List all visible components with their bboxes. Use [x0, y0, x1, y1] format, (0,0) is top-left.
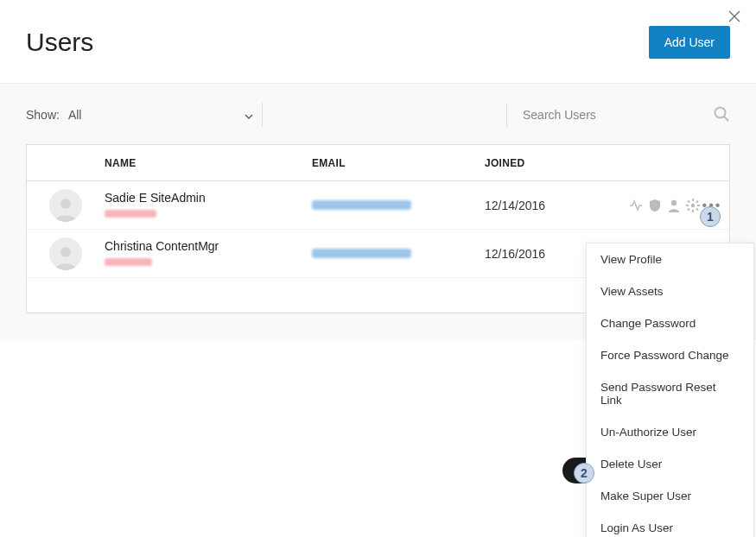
svg-rect-11 — [696, 207, 699, 211]
svg-rect-5 — [692, 210, 694, 212]
menu-item-unauthorize-user[interactable]: Un-Authorize User — [587, 416, 753, 448]
show-label: Show: — [26, 108, 60, 122]
col-email: EMAIL — [312, 157, 485, 169]
shield-icon[interactable] — [648, 199, 662, 212]
svg-point-0 — [715, 107, 726, 117]
search-input[interactable] — [523, 108, 696, 122]
user-email-redacted — [312, 199, 485, 212]
menu-item-view-assets[interactable]: View Assets — [587, 275, 753, 307]
gear-icon[interactable] — [686, 199, 700, 212]
svg-point-12 — [60, 247, 71, 257]
user-subtext-redacted — [105, 206, 312, 220]
svg-point-2 — [671, 199, 677, 205]
svg-rect-8 — [687, 199, 690, 203]
svg-rect-6 — [686, 205, 689, 206]
svg-rect-10 — [687, 207, 690, 211]
svg-rect-9 — [696, 199, 699, 203]
avatar — [49, 237, 82, 270]
col-joined: JOINED — [485, 157, 614, 169]
menu-item-login-as-user[interactable]: Login As User — [587, 512, 753, 537]
menu-item-force-password-change[interactable]: Force Password Change — [587, 339, 753, 371]
menu-item-delete-user[interactable]: Delete User — [587, 448, 753, 480]
svg-point-3 — [691, 203, 696, 207]
menu-item-make-super-user[interactable]: Make Super User — [587, 480, 753, 512]
show-filter-value: All — [68, 108, 82, 122]
avatar — [49, 189, 82, 222]
chevron-down-icon — [245, 108, 253, 122]
callout-2: 2 — [574, 463, 594, 483]
user-name: Christina ContentMgr — [105, 239, 312, 253]
page-title: Users — [26, 28, 93, 57]
row-context-menu: View Profile View Assets Change Password… — [586, 243, 754, 537]
svg-rect-7 — [697, 205, 700, 206]
svg-rect-4 — [692, 199, 694, 201]
callout-1: 1 — [700, 206, 721, 227]
user-icon[interactable] — [667, 199, 681, 212]
search-icon[interactable] — [713, 105, 730, 125]
page-header: Users Add User — [0, 0, 756, 83]
svg-point-1 — [60, 199, 71, 209]
table-row[interactable]: Sadie E SiteAdmin 12/14/2016 ••• — [27, 181, 729, 230]
activity-icon[interactable] — [629, 199, 643, 212]
user-email-redacted — [312, 247, 485, 261]
menu-item-change-password[interactable]: Change Password — [587, 307, 753, 339]
table-header: NAME EMAIL JOINED — [27, 145, 729, 181]
user-name: Sadie E SiteAdmin — [105, 191, 312, 205]
add-user-button[interactable]: Add User — [649, 26, 730, 59]
menu-item-view-profile[interactable]: View Profile — [587, 243, 753, 275]
filter-bar: Show: All — [26, 84, 730, 144]
user-joined: 12/14/2016 — [485, 199, 614, 212]
close-icon[interactable] — [728, 10, 740, 26]
show-filter-select[interactable]: All — [68, 103, 263, 127]
search-box — [506, 103, 696, 127]
user-subtext-redacted — [105, 255, 312, 268]
menu-item-send-password-reset[interactable]: Send Password Reset Link — [587, 371, 753, 416]
col-name: NAME — [105, 157, 312, 169]
